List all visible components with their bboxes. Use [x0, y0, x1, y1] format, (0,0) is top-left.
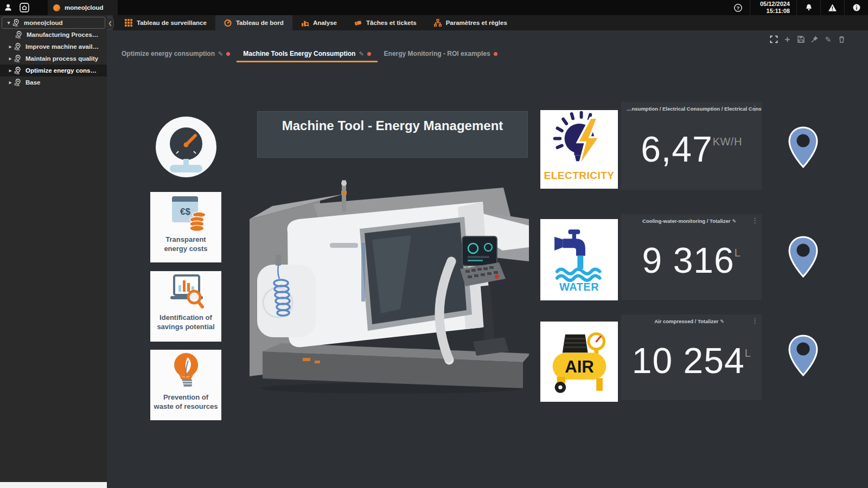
caret-right-icon[interactable]: ▸: [7, 56, 14, 61]
save-icon[interactable]: [796, 35, 806, 44]
time-label: 15:11:08: [767, 8, 790, 15]
value-card-air: Air compressed / Totalizer✎ ⋮ 10 254 L: [621, 314, 762, 400]
tab-label: Tableau de bord: [236, 20, 284, 26]
gauge-widget-image: [156, 117, 216, 177]
page-title: Machine Tool - Energy Management: [282, 118, 503, 133]
sidebar-item-label: Base: [25, 79, 41, 86]
sidebar-item-label: Improve machine availability: [25, 43, 100, 50]
value-line: 6,47 KW/H: [621, 130, 762, 168]
edit-pencil-icon[interactable]: ✎: [359, 50, 363, 57]
milestone-pin-icon: [12, 19, 21, 27]
delete-trash-icon[interactable]: [837, 35, 846, 44]
air-compressor-icon: AIR: [544, 322, 615, 395]
media-tile-electricity: ELECTRICITY: [540, 110, 618, 189]
gauge-icon: [224, 19, 232, 27]
value-line: 10 254 L: [621, 342, 762, 380]
fullscreen-icon[interactable]: [769, 35, 778, 44]
tab-label: Tableau de surveillance: [137, 20, 207, 26]
svg-text:?: ?: [736, 4, 739, 10]
location-pin-icon[interactable]: [788, 236, 819, 278]
location-pin-icon[interactable]: [788, 335, 819, 377]
subtab-energy-monitoring-roi[interactable]: Energy Monitoring - ROI examples: [378, 47, 504, 62]
air-value: 10 254: [632, 342, 745, 380]
water-value: 9 316: [642, 241, 735, 279]
value-card-header: Cooling-water-monitoring / Totalizer✎: [621, 214, 762, 224]
euro-dollar-text: €$: [180, 207, 190, 217]
add-widget-icon[interactable]: +: [783, 35, 792, 44]
cost-calculator-icon: €$: [163, 192, 209, 235]
app-tab-label: moneo|cloud: [65, 4, 104, 11]
value-card-water: Cooling-water-monitoring / Totalizer✎ ⋮ …: [621, 214, 762, 300]
home-icon[interactable]: [16, 0, 33, 15]
main-tabbar: Tableau de surveillance Tableau de bord …: [113, 15, 868, 30]
media-tile-water: WATER: [540, 219, 618, 300]
milestone-pin-icon: [15, 31, 24, 38]
sidebar-item-label: Optimize energy consumption: [25, 67, 100, 74]
caret-right-icon[interactable]: ▸: [7, 68, 14, 73]
edit-pencil-icon[interactable]: ✎: [732, 219, 736, 224]
value-card-electricity: …nsumption / Electrical Consumption / El…: [621, 102, 762, 190]
kebab-menu-icon[interactable]: ⋮: [751, 105, 758, 112]
info-tile-label: Identification of savings potential: [150, 313, 221, 332]
media-tile-label: ELECTRICITY: [544, 170, 614, 182]
subtab-machine-tools-energy[interactable]: Machine Tools Energy Consumption ✎: [237, 47, 377, 62]
sidebar-item-maintain-quality[interactable]: ▸ Maintain process quality: [0, 53, 107, 65]
sidebar-item-label: Maintain process quality: [25, 55, 98, 62]
subtab-optimize-energy[interactable]: Optimize energy consumption ✎: [115, 47, 237, 62]
caret-right-icon[interactable]: ▸: [7, 44, 14, 49]
sidebar-item-optimize-energy[interactable]: ▸ Optimize energy consumption: [0, 65, 107, 76]
ticket-icon: [354, 19, 362, 27]
tab-label: Paramètres et règles: [446, 20, 507, 26]
water-unit: L: [735, 247, 741, 259]
electricity-bulb-icon: [547, 110, 612, 171]
app-tab[interactable]: moneo|cloud: [48, 0, 118, 15]
status-dot: [226, 52, 230, 56]
edit-pencil-icon[interactable]: ✎: [218, 50, 223, 57]
tab-label: Analyse: [313, 20, 337, 26]
pin-widget-icon[interactable]: [810, 35, 819, 44]
tab-surveillance[interactable]: Tableau de surveillance: [116, 15, 215, 30]
caret-right-icon[interactable]: ▸: [7, 80, 14, 85]
sidebar-item-root[interactable]: ▾ moneo|cloud: [2, 17, 105, 29]
dashboard-content: + ✎ Optimize energy consumption ✎ Machin…: [113, 30, 868, 488]
kebab-menu-icon[interactable]: ⋮: [751, 217, 758, 224]
alerts-warning-icon[interactable]: [820, 0, 844, 15]
tab-analyse[interactable]: Analyse: [292, 15, 346, 30]
subtab-label: Optimize energy consumption: [122, 50, 215, 57]
moneo-logo-icon: [53, 4, 60, 11]
dashboard-toolbar: + ✎: [769, 35, 846, 44]
tab-dashboard[interactable]: Tableau de bord: [215, 15, 292, 30]
value-card-title: Air compressed / Totalizer: [654, 318, 718, 324]
topbar-right: ? 05/12/2024 15:11:08: [726, 0, 868, 15]
sidebar-scrollbar[interactable]: [0, 482, 107, 488]
sidebar-item-base[interactable]: ▸ Base: [0, 76, 107, 88]
sidebar-collapse-button[interactable]: ❮: [107, 17, 114, 30]
help-icon[interactable]: ?: [726, 0, 750, 15]
subtab-label: Energy Monitoring - ROI examples: [384, 50, 490, 57]
sidebar-item-improve-availability[interactable]: ▸ Improve machine availability: [0, 41, 107, 53]
info-tile-label: Prevention of waste of resources: [150, 393, 221, 412]
subtab-label: Machine Tools Energy Consumption: [243, 50, 355, 57]
info-icon[interactable]: [844, 0, 868, 15]
air-tank-label: AIR: [565, 357, 594, 376]
edit-pencil-icon[interactable]: ✎: [824, 35, 833, 44]
gauge-icon: [156, 117, 216, 177]
user-icon[interactable]: [0, 0, 16, 15]
milestone-pin-icon: [14, 55, 23, 62]
air-unit: L: [745, 347, 751, 359]
info-tile-waste-prevention: Prevention of waste of resources: [150, 350, 221, 420]
location-pin-icon[interactable]: [788, 126, 819, 169]
edit-pencil-icon[interactable]: ✎: [720, 319, 724, 324]
media-tile-label: WATER: [559, 281, 599, 293]
analysis-laptop-icon: [163, 271, 209, 313]
status-dot: [494, 52, 497, 56]
chart-search-icon: [301, 19, 309, 27]
notifications-bell-icon[interactable]: [796, 0, 820, 15]
caret-down-icon[interactable]: ▾: [5, 20, 12, 25]
tab-tickets[interactable]: Tâches et tickets: [346, 15, 425, 30]
water-tap-icon: [546, 219, 612, 282]
kebab-menu-icon[interactable]: ⋮: [751, 317, 758, 324]
sidebar-item-manufacturing-processes[interactable]: Manufacturing Processes Imp…: [0, 29, 107, 41]
sidebar-root-label: moneo|cloud: [24, 20, 63, 26]
tab-settings-rules[interactable]: Paramètres et règles: [425, 15, 516, 30]
